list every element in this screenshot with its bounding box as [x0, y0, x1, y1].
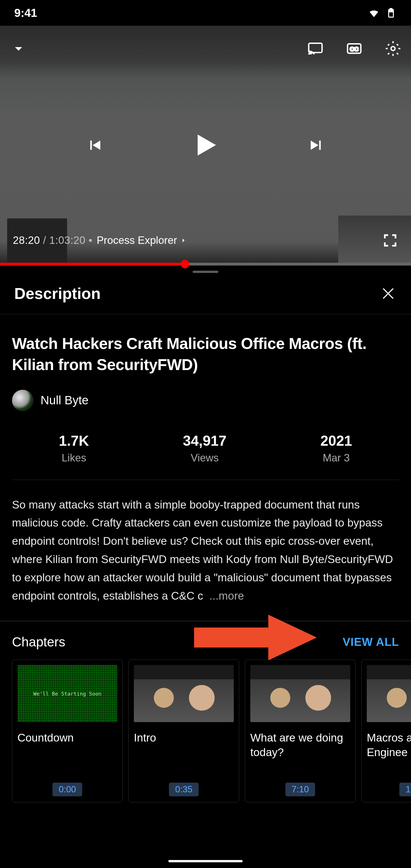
clock: 9:41 — [14, 6, 37, 20]
next-button[interactable] — [307, 136, 325, 156]
cast-icon[interactable] — [307, 40, 323, 57]
chapter-timestamp[interactable]: 11:05 — [399, 783, 411, 796]
chapter-card[interactable]: What are we doing today? 7:10 — [245, 659, 356, 802]
seek-bar[interactable] — [0, 263, 411, 266]
views-stat: 34,917 Views — [183, 433, 227, 464]
chapters-heading: Chapters — [12, 634, 65, 650]
channel-avatar[interactable] — [12, 390, 33, 411]
battery-icon — [385, 7, 397, 19]
svg-point-3 — [391, 46, 395, 51]
chapter-card[interactable]: Intro 0:35 — [128, 659, 239, 802]
fullscreen-icon[interactable] — [382, 232, 398, 248]
video-player[interactable]: CC 28:20 / 1:03:20 • Process Explorer — [0, 26, 411, 266]
chapter-card[interactable]: Macros and Social Enginee 11:05 — [361, 659, 411, 802]
channel-row[interactable]: Null Byte — [12, 390, 399, 411]
channel-name[interactable]: Null Byte — [40, 394, 89, 407]
home-indicator[interactable] — [168, 860, 243, 862]
video-title: Watch Hackers Craft Malicious Office Mac… — [12, 333, 399, 375]
stats-row: 1.7K Likes 34,917 Views 2021 Mar 3 — [12, 433, 399, 480]
chapter-thumbnail — [18, 665, 117, 722]
chapter-title: Macros and Social Enginee — [367, 731, 411, 760]
seek-handle[interactable] — [181, 260, 189, 269]
chapter-timestamp[interactable]: 7:10 — [285, 783, 315, 796]
chapter-thumbnail — [134, 665, 234, 722]
chapter-timestamp[interactable]: 0:00 — [53, 783, 82, 796]
chapters-list[interactable]: Countdown 0:00 Intro 0:35 What are we do… — [0, 659, 411, 802]
settings-icon[interactable] — [385, 40, 401, 57]
likes-stat: 1.7K Likes — [59, 433, 89, 464]
description-text: So many attacks start with a simple boob… — [12, 496, 399, 605]
chapter-thumbnail — [367, 665, 411, 722]
play-button[interactable] — [190, 129, 221, 162]
chapter-thumbnail — [250, 665, 350, 722]
chapter-title: What are we doing today? — [250, 731, 350, 760]
svg-text:CC: CC — [350, 46, 358, 52]
view-all-button[interactable]: VIEW ALL — [343, 636, 399, 648]
close-button[interactable] — [380, 285, 397, 302]
captions-icon[interactable]: CC — [346, 40, 362, 57]
chapter-card[interactable]: Countdown 0:00 — [12, 659, 123, 802]
annotation-arrow-icon — [194, 615, 317, 661]
wifi-icon — [368, 7, 380, 19]
more-button[interactable]: ...more — [210, 590, 244, 602]
sheet-drag-handle[interactable] — [193, 271, 218, 273]
panel-title: Description — [14, 284, 101, 303]
date-stat: 2021 Mar 3 — [320, 433, 352, 464]
chapter-timestamp[interactable]: 0:35 — [169, 783, 199, 796]
chapter-title: Intro — [134, 731, 234, 745]
current-chapter-button[interactable]: Process Explorer — [97, 235, 188, 246]
collapse-player-button[interactable] — [10, 40, 27, 57]
chapter-title: Countdown — [18, 731, 117, 745]
time-display: 28:20 / 1:03:20 • — [13, 235, 92, 246]
status-bar: 9:41 — [0, 0, 411, 26]
svg-marker-4 — [194, 615, 317, 660]
previous-button[interactable] — [86, 136, 104, 156]
